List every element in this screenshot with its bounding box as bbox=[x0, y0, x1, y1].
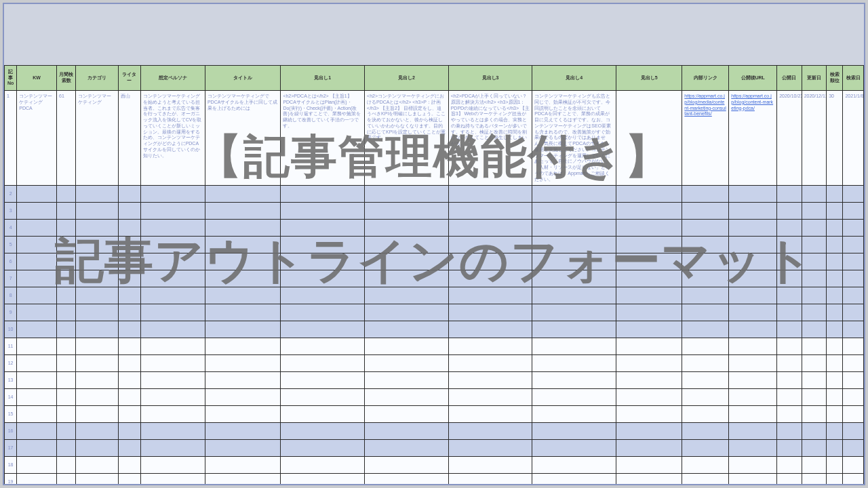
cell bbox=[281, 321, 365, 338]
cell bbox=[777, 474, 802, 484]
cell bbox=[281, 287, 365, 304]
cell bbox=[365, 423, 449, 440]
cell bbox=[76, 270, 119, 287]
cell bbox=[532, 389, 616, 406]
cell bbox=[365, 389, 449, 406]
cell bbox=[777, 237, 802, 253]
cell bbox=[140, 474, 205, 484]
cell bbox=[17, 203, 57, 220]
table-row: 4 bbox=[5, 220, 864, 237]
table-row: 18 bbox=[5, 457, 864, 474]
cell bbox=[281, 372, 365, 389]
cell bbox=[119, 220, 140, 237]
cell bbox=[17, 457, 57, 474]
cell bbox=[76, 457, 119, 474]
table-row: 16 bbox=[5, 423, 864, 440]
cell bbox=[119, 304, 140, 321]
cell bbox=[205, 203, 280, 220]
cell bbox=[843, 457, 864, 474]
cell bbox=[532, 270, 616, 287]
cell: 10 bbox=[5, 321, 17, 338]
col-header: 記事No bbox=[5, 66, 17, 91]
table-row: 2 bbox=[5, 186, 864, 203]
cell bbox=[827, 186, 843, 203]
cell bbox=[205, 338, 280, 355]
cell bbox=[76, 474, 119, 484]
cell bbox=[57, 237, 76, 253]
cell bbox=[281, 338, 365, 355]
cell bbox=[777, 423, 802, 440]
cell bbox=[729, 406, 777, 423]
cell bbox=[205, 406, 280, 423]
cell bbox=[802, 253, 826, 270]
cell bbox=[802, 457, 826, 474]
cell bbox=[57, 287, 76, 304]
cell bbox=[827, 253, 843, 270]
cell bbox=[777, 406, 802, 423]
cell bbox=[448, 186, 532, 203]
col-header: 見出し3 bbox=[448, 66, 532, 91]
col-header: 検索順位 bbox=[827, 66, 843, 91]
internal-link[interactable]: https://appmart.co.jp/blog/media/content… bbox=[684, 94, 726, 116]
cell bbox=[76, 186, 119, 203]
cell bbox=[777, 220, 802, 237]
cell bbox=[119, 270, 140, 287]
cell: 12 bbox=[5, 355, 17, 372]
cell bbox=[57, 423, 76, 440]
cell bbox=[827, 270, 843, 287]
cell bbox=[729, 321, 777, 338]
cell bbox=[616, 406, 682, 423]
cell bbox=[76, 237, 119, 253]
cell bbox=[140, 389, 205, 406]
cell bbox=[119, 287, 140, 304]
cell bbox=[616, 253, 682, 270]
cell bbox=[843, 406, 864, 423]
cell bbox=[532, 355, 616, 372]
cell bbox=[843, 237, 864, 253]
cell bbox=[448, 457, 532, 474]
cell bbox=[76, 287, 119, 304]
cell: <h2>コンテンツマーケティングにおけるPDCAとは</h2> <h3>P：計画… bbox=[365, 91, 449, 186]
cell bbox=[17, 287, 57, 304]
cell bbox=[827, 355, 843, 372]
cell bbox=[729, 220, 777, 237]
cell bbox=[777, 321, 802, 338]
cell bbox=[57, 203, 76, 220]
cell: 4 bbox=[5, 220, 17, 237]
cell: 17 bbox=[5, 440, 17, 457]
cell bbox=[17, 237, 57, 253]
cell bbox=[281, 304, 365, 321]
cell bbox=[777, 304, 802, 321]
table-row: 19 bbox=[5, 474, 864, 484]
cell bbox=[140, 338, 205, 355]
cell: 15 bbox=[5, 406, 17, 423]
cell bbox=[532, 287, 616, 304]
cell bbox=[119, 423, 140, 440]
table-row: 9 bbox=[5, 304, 864, 321]
cell bbox=[777, 203, 802, 220]
cell bbox=[17, 270, 57, 287]
cell bbox=[57, 355, 76, 372]
cell bbox=[729, 203, 777, 220]
cell bbox=[616, 355, 682, 372]
cell bbox=[843, 287, 864, 304]
cell bbox=[57, 253, 76, 270]
cell bbox=[532, 220, 616, 237]
cell bbox=[682, 186, 729, 203]
cell bbox=[682, 389, 729, 406]
cell bbox=[729, 440, 777, 457]
cell bbox=[119, 474, 140, 484]
cell bbox=[365, 372, 449, 389]
cell bbox=[777, 270, 802, 287]
cell bbox=[205, 321, 280, 338]
cell bbox=[616, 440, 682, 457]
table-row: 17 bbox=[5, 440, 864, 457]
cell bbox=[119, 372, 140, 389]
public-url-link[interactable]: https://appmart.co.jp/blog/content-marke… bbox=[731, 94, 773, 110]
cell: 3 bbox=[5, 203, 17, 220]
title-band bbox=[4, 4, 864, 65]
cell bbox=[205, 457, 280, 474]
cell bbox=[281, 237, 365, 253]
cell: 18 bbox=[5, 457, 17, 474]
cell bbox=[827, 372, 843, 389]
